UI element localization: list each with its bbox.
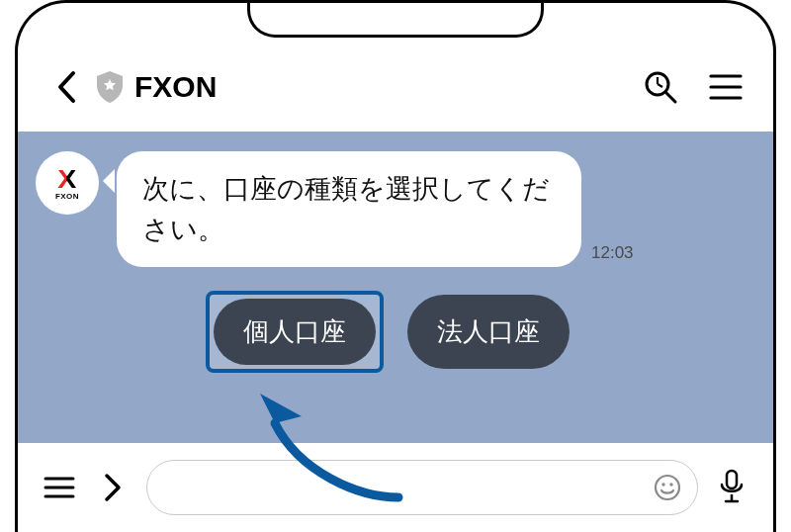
chevron-right-icon <box>103 473 123 502</box>
keyboard-menu-button[interactable] <box>40 468 79 507</box>
message-row: X FXON 次に、口座の種類を選択してください。 12:03 <box>18 151 773 267</box>
menu-button[interactable] <box>706 67 746 107</box>
phone-notch <box>247 0 544 38</box>
svg-point-11 <box>661 483 664 486</box>
hamburger-icon <box>44 476 75 499</box>
svg-point-10 <box>656 476 679 499</box>
svg-line-1 <box>666 93 675 102</box>
option-personal-account[interactable]: 個人口座 <box>214 299 376 365</box>
smiley-icon <box>653 473 682 502</box>
chat-area: X FXON 次に、口座の種類を選択してください。 12:03 個人口座 法人口… <box>18 132 773 443</box>
emoji-button[interactable] <box>651 471 684 504</box>
expand-button[interactable] <box>93 468 132 507</box>
option-highlight: 個人口座 <box>206 291 384 373</box>
back-button[interactable] <box>45 66 87 108</box>
svg-rect-13 <box>727 471 737 488</box>
message-text: 次に、口座の種類を選択してください。 <box>142 174 550 244</box>
chevron-left-icon <box>55 70 77 104</box>
hamburger-icon <box>709 73 743 101</box>
input-bar <box>18 443 773 532</box>
message-bubble: 次に、口座の種類を選択してください。 <box>117 151 581 267</box>
microphone-icon <box>717 468 747 507</box>
message-timestamp: 12:03 <box>591 243 634 263</box>
svg-line-3 <box>658 84 662 87</box>
svg-point-12 <box>669 483 672 486</box>
phone-frame: FXON X FXON <box>15 0 776 532</box>
sender-avatar[interactable]: X FXON <box>36 151 99 215</box>
chat-header: FXON <box>18 52 773 122</box>
avatar-logo-icon: X <box>57 166 76 192</box>
option-corporate-account[interactable]: 法人口座 <box>407 295 570 369</box>
search-button[interactable] <box>641 67 680 107</box>
official-badge-icon <box>95 70 125 104</box>
search-icon <box>643 69 678 105</box>
chat-title: FXON <box>134 70 641 104</box>
quick-reply-row: 個人口座 法人口座 <box>206 291 773 373</box>
message-input[interactable] <box>146 460 698 515</box>
voice-button[interactable] <box>712 468 751 507</box>
